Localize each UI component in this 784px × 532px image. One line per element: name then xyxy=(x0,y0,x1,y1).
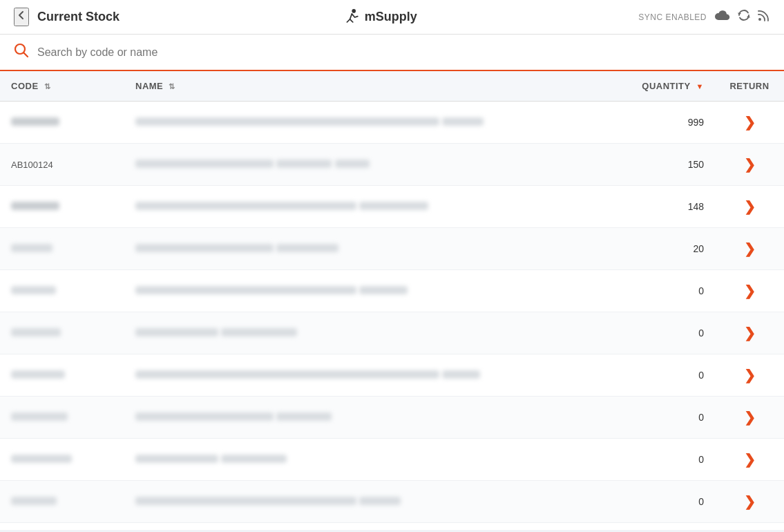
table-body: 999 ❯ AB100124 150 ❯ xyxy=(0,102,784,531)
return-button[interactable]: ❯ xyxy=(738,196,761,218)
name-cell xyxy=(124,186,604,228)
logo-text: mSupply xyxy=(365,10,417,24)
return-button[interactable]: ❯ xyxy=(738,364,761,386)
name-cell xyxy=(124,102,604,144)
return-button[interactable]: ❯ xyxy=(738,111,761,133)
name-cell xyxy=(124,481,604,523)
sync-icon xyxy=(737,8,751,26)
code-cell xyxy=(0,397,124,439)
qty-cell: 148 xyxy=(604,186,715,228)
stock-table-container: CODE ⇅ NAME ⇅ QUANTITY ▼ RETURN xyxy=(0,71,784,530)
return-cell: ❯ xyxy=(715,186,784,228)
return-cell: ❯ xyxy=(715,397,784,439)
return-cell: ❯ xyxy=(715,228,784,270)
header-left: Current Stock xyxy=(14,8,119,26)
table-row: 0 ❯ xyxy=(0,354,784,397)
table-row: 0 ❯ xyxy=(0,397,784,439)
app-header: Current Stock mSupply SYNC ENABLED xyxy=(0,0,784,35)
return-button[interactable]: ❯ xyxy=(738,491,761,513)
code-cell: AB100124 xyxy=(0,144,124,186)
svg-point-0 xyxy=(352,9,356,13)
qty-cell: 0 xyxy=(604,481,715,523)
code-cell xyxy=(0,354,124,397)
name-cell xyxy=(124,270,604,312)
return-cell: ❯ xyxy=(715,144,784,186)
return-cell: ❯ xyxy=(715,481,784,523)
code-cell xyxy=(0,228,124,270)
table-row: 999 ❯ xyxy=(0,102,784,144)
header-right: SYNC ENABLED xyxy=(638,8,770,26)
table-row: 0 ❯ xyxy=(0,270,784,312)
table-row: AB100124 150 ❯ xyxy=(0,144,784,186)
table-row: 0 ❯ xyxy=(0,523,784,531)
name-sort-icon: ⇅ xyxy=(169,82,175,91)
col-header-return: RETURN xyxy=(715,71,784,102)
col-header-quantity[interactable]: QUANTITY ▼ xyxy=(604,71,715,102)
rss-icon xyxy=(758,9,770,25)
table-row: 0 ❯ xyxy=(0,439,784,481)
return-button[interactable]: ❯ xyxy=(738,322,761,344)
page-title: Current Stock xyxy=(37,10,119,24)
return-cell: ❯ xyxy=(715,354,784,397)
search-input[interactable] xyxy=(37,46,770,59)
qty-sort-icon: ▼ xyxy=(696,82,704,91)
search-bar xyxy=(0,35,784,71)
table-header-row: CODE ⇅ NAME ⇅ QUANTITY ▼ RETURN xyxy=(0,71,784,102)
cloud-icon xyxy=(714,10,730,24)
col-header-name[interactable]: NAME ⇅ xyxy=(124,71,604,102)
name-cell xyxy=(124,354,604,397)
name-cell xyxy=(124,397,604,439)
return-cell: ❯ xyxy=(715,439,784,481)
qty-cell: 0 xyxy=(604,397,715,439)
return-button[interactable]: ❯ xyxy=(738,153,761,175)
back-button[interactable] xyxy=(14,8,29,26)
qty-cell: 0 xyxy=(604,312,715,354)
code-cell xyxy=(0,186,124,228)
return-button[interactable]: ❯ xyxy=(738,280,761,302)
col-header-code[interactable]: CODE ⇅ xyxy=(0,71,124,102)
name-cell xyxy=(124,144,604,186)
code-cell xyxy=(0,312,124,354)
table-row: 20 ❯ xyxy=(0,228,784,270)
return-button[interactable]: ❯ xyxy=(738,448,761,471)
name-cell xyxy=(124,439,604,481)
code-cell xyxy=(0,523,124,531)
name-cell xyxy=(124,523,604,531)
sync-status: SYNC ENABLED xyxy=(638,12,707,22)
code-cell xyxy=(0,481,124,523)
stock-table: CODE ⇅ NAME ⇅ QUANTITY ▼ RETURN xyxy=(0,71,784,530)
search-icon xyxy=(14,43,29,61)
app-logo: mSupply xyxy=(341,8,417,27)
qty-cell: 20 xyxy=(604,228,715,270)
return-cell: ❯ xyxy=(715,102,784,144)
code-cell xyxy=(0,439,124,481)
qty-cell: 0 xyxy=(604,439,715,481)
name-cell xyxy=(124,312,604,354)
svg-point-1 xyxy=(758,18,761,21)
table-row: 0 ❯ xyxy=(0,312,784,354)
table-row: 0 ❯ xyxy=(0,481,784,523)
qty-cell: 0 xyxy=(604,354,715,397)
qty-cell: 0 xyxy=(604,523,715,531)
code-cell xyxy=(0,270,124,312)
code-cell xyxy=(0,102,124,144)
return-cell: ❯ xyxy=(715,523,784,531)
name-cell xyxy=(124,228,604,270)
qty-cell: 0 xyxy=(604,270,715,312)
table-row: 148 ❯ xyxy=(0,186,784,228)
qty-cell: 999 xyxy=(604,102,715,144)
logo-icon xyxy=(341,8,361,27)
return-cell: ❯ xyxy=(715,270,784,312)
qty-cell: 150 xyxy=(604,144,715,186)
svg-line-3 xyxy=(24,53,28,57)
return-button[interactable]: ❯ xyxy=(738,238,761,260)
return-cell: ❯ xyxy=(715,312,784,354)
code-sort-icon: ⇅ xyxy=(44,82,51,91)
return-button[interactable]: ❯ xyxy=(738,406,761,428)
